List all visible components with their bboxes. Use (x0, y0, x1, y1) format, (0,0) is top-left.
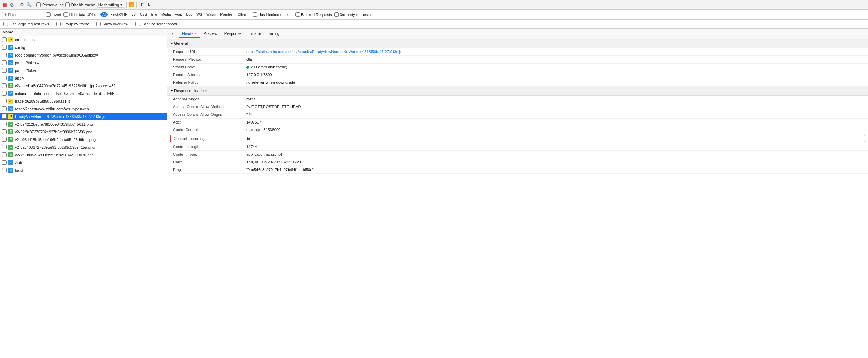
list-item[interactable]: Xcolumn-contributions?offset=0&limit=50&… (0, 90, 167, 97)
use-large-rows-checkbox[interactable]: Use large request rows (3, 22, 49, 26)
filter-pill-font[interactable]: Font (173, 12, 184, 17)
tabs-bar: × HeadersPreviewResponseInitiatorTiming (167, 29, 868, 39)
xhr-icon: X (8, 91, 13, 96)
list-item[interactable]: Xresolv?host=www.zhihu.com&os_type=web (0, 105, 167, 113)
list-item[interactable]: JStrade.d6289b75bf5066959331.js (0, 97, 167, 105)
filter-pill-css[interactable]: CSS (138, 12, 149, 17)
list-item[interactable]: JSEmptyViewNormalNoWorks.c4876f56fa47f27… (0, 113, 167, 120)
filter-pill-wasm[interactable]: Wasm (204, 12, 218, 17)
request-name: EmptyViewNormalNoWorks.c4876f56fa47f27c1… (15, 114, 165, 119)
request-checkbox[interactable] (2, 129, 7, 134)
list-item[interactable]: Xbatch (0, 166, 167, 174)
general-row: Remote Address:127.0.0.1:7890 (167, 71, 868, 79)
request-name: config (15, 45, 165, 50)
request-checkbox[interactable] (2, 152, 7, 157)
show-overview-checkbox[interactable]: Show overview (96, 22, 128, 26)
filter-input[interactable] (8, 13, 39, 17)
response-header-row: Content-Length:14744 (167, 143, 868, 151)
download-icon[interactable]: ⬇ (146, 2, 151, 8)
request-checkbox[interactable] (2, 91, 7, 96)
general-section-header[interactable]: ▾ General (167, 39, 868, 48)
stop-icon[interactable]: ⏹ (2, 2, 8, 8)
request-checkbox[interactable] (2, 122, 7, 126)
list-item[interactable]: 🖼v2-0942128ebfe78f000e84339fbb745611.png (0, 120, 167, 128)
request-checkbox[interactable] (2, 53, 7, 57)
hide-data-urls-checkbox[interactable]: Hide data URLs (63, 12, 96, 17)
prop-val: Thu, 08 Jun 2023 09:32:22 GMT (246, 160, 862, 164)
close-panel-button[interactable]: × (169, 30, 176, 37)
list-item[interactable]: 🖼v2-7f09d05d34f03eab99e820014c393070.png (0, 151, 167, 159)
filter-pill-media[interactable]: Media (159, 12, 172, 17)
img-icon: 🖼 (8, 122, 13, 127)
list-item[interactable]: Xzlab (0, 159, 167, 166)
request-checkbox[interactable] (2, 45, 7, 50)
third-party-checkbox[interactable]: 3rd-party requests (334, 12, 371, 17)
search-icon[interactable]: 🔍 (26, 2, 32, 8)
invert-checkbox[interactable]: Invert (46, 12, 61, 17)
sep3 (126, 2, 127, 8)
list-item[interactable]: Xapply (0, 74, 167, 82)
request-checkbox[interactable] (2, 114, 7, 119)
filter-icon[interactable]: ⚙ (19, 2, 25, 8)
filter-pill-doc[interactable]: Doc (184, 12, 194, 17)
wifi-icon[interactable]: 📶 (129, 2, 134, 8)
filter-pill-all[interactable]: All (100, 12, 108, 17)
list-item[interactable]: 🖼v2-c96dd18b15beb196b2daba95d26d9b1c.png (0, 136, 167, 143)
request-checkbox[interactable] (2, 145, 7, 149)
request-checkbox[interactable] (2, 99, 7, 103)
group-by-frame-checkbox[interactable]: Group by frame (56, 22, 89, 26)
request-name: column-contributions?offset=0&limit=50&i… (15, 91, 165, 96)
request-checkbox[interactable] (2, 137, 7, 142)
filter-pill-other[interactable]: Other (236, 12, 248, 17)
request-checkbox[interactable] (2, 68, 7, 73)
prop-val: * ✎ (246, 112, 862, 117)
upload-icon[interactable]: ⬆ (139, 2, 144, 8)
prop-val: br (247, 136, 862, 141)
response-headers-section-header[interactable]: ▾ Response Headers (167, 87, 868, 96)
disable-cache-checkbox[interactable]: Disable cache (65, 2, 95, 7)
throttle-select[interactable]: No throttling ▾ (97, 2, 124, 8)
request-checkbox[interactable] (2, 106, 7, 111)
filter-pill-img[interactable]: Img (149, 12, 159, 17)
prop-val: https://static.zhihu.com/heifetz/chunks/… (246, 50, 862, 54)
chevron-down-icon: ▾ (120, 2, 122, 7)
clear-icon[interactable]: ⊘ (9, 2, 15, 8)
response-header-row: Access-Control-Allow-Methods:PUT,GET,POS… (167, 103, 868, 111)
list-item[interactable]: JSemoticon.js (0, 36, 167, 44)
list-item[interactable]: Xpopup?token= (0, 59, 167, 67)
prop-key: Access-Control-Allow-Origin: (173, 112, 246, 117)
request-checkbox[interactable] (2, 76, 7, 80)
request-name: apply (15, 76, 165, 80)
blocked-requests-checkbox[interactable]: Blocked Requests (295, 12, 332, 17)
request-name: trade.d6289b75bf5066959331.js (15, 99, 165, 103)
list-item[interactable]: 🖼v2-52f8c87376792e927b6cf0896b726f06.png (0, 128, 167, 136)
capture-screenshots-checkbox[interactable]: Capture screenshots (135, 22, 177, 26)
filter-pill-ws[interactable]: WS (195, 12, 204, 17)
xhr-icon: X (8, 53, 13, 58)
request-checkbox[interactable] (2, 37, 7, 42)
img-icon: 🖼 (8, 152, 13, 157)
list-item[interactable]: Xpopup?token= (0, 67, 167, 74)
sep4 (136, 2, 137, 8)
request-checkbox[interactable] (2, 60, 7, 65)
list-item[interactable]: Xroot_comment?order_by=score&limit=20&of… (0, 51, 167, 59)
preserve-log-checkbox[interactable]: Preserve log (36, 2, 64, 7)
tab-initiator[interactable]: Initiator (245, 30, 264, 38)
tab-response[interactable]: Response (221, 30, 245, 38)
request-checkbox[interactable] (2, 83, 7, 88)
list-item[interactable]: 🖼v2-3ac403672728e5e91f5b2d3c095e415a.png (0, 143, 167, 151)
list-item[interactable]: 🖼v2-abed1a8c04700ba7d72b45195223e0ff_l.j… (0, 82, 167, 90)
filter-pill-js[interactable]: JS (130, 12, 137, 17)
tab-headers[interactable]: Headers (179, 30, 200, 38)
filter-pill-manifest[interactable]: Manifest (218, 12, 235, 17)
js-icon: JS (8, 114, 13, 119)
toolbar: ⏹ ⊘ ⚙ 🔍 Preserve log Disable cache No th… (0, 0, 868, 10)
request-name: popup?token= (15, 68, 165, 73)
request-checkbox[interactable] (2, 168, 7, 172)
filter-pill-fetch/xhr[interactable]: Fetch/XHR (108, 12, 129, 17)
tab-timing[interactable]: Timing (264, 30, 283, 38)
request-checkbox[interactable] (2, 160, 7, 165)
list-item[interactable]: Xconfig (0, 44, 167, 51)
tab-preview[interactable]: Preview (200, 30, 221, 38)
has-blocked-cookies-checkbox[interactable]: Has blocked cookies (253, 12, 293, 17)
